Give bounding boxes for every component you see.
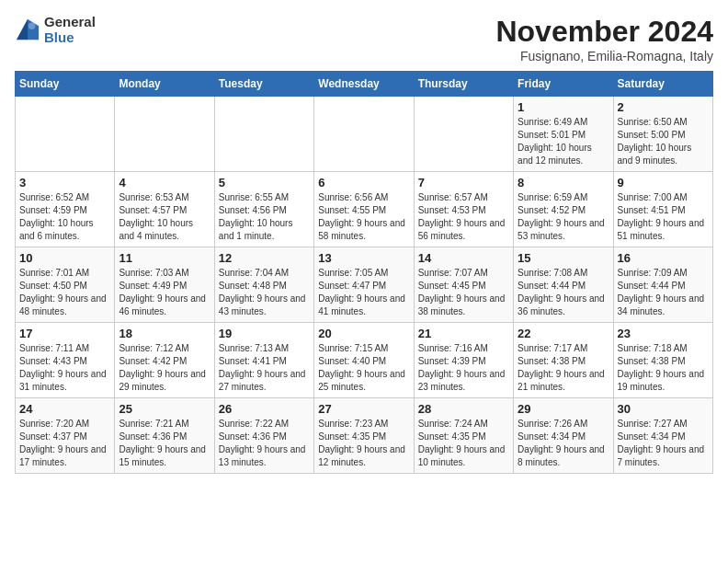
day-info: Sunrise: 6:53 AM Sunset: 4:57 PM Dayligh…	[119, 191, 210, 243]
calendar-cell	[414, 97, 513, 172]
location-subtitle: Fusignano, Emilia-Romagna, Italy	[495, 49, 713, 63]
day-info: Sunrise: 7:05 AM Sunset: 4:47 PM Dayligh…	[318, 267, 409, 318]
day-number: 1	[518, 100, 609, 114]
col-thursday: Thursday	[414, 72, 513, 97]
calendar-cell	[314, 97, 414, 172]
day-number: 26	[219, 402, 310, 416]
day-number: 18	[119, 327, 210, 340]
calendar-body: 1Sunrise: 6:49 AM Sunset: 5:01 PM Daylig…	[16, 97, 713, 474]
calendar-cell: 9Sunrise: 7:00 AM Sunset: 4:51 PM Daylig…	[613, 172, 712, 247]
day-info: Sunrise: 7:07 AM Sunset: 4:45 PM Dayligh…	[418, 267, 509, 318]
day-info: Sunrise: 7:03 AM Sunset: 4:49 PM Dayligh…	[119, 267, 210, 318]
day-info: Sunrise: 7:01 AM Sunset: 4:50 PM Dayligh…	[19, 267, 110, 318]
calendar-cell: 24Sunrise: 7:20 AM Sunset: 4:37 PM Dayli…	[16, 398, 115, 474]
day-number: 13	[318, 251, 409, 265]
calendar-cell: 20Sunrise: 7:15 AM Sunset: 4:40 PM Dayli…	[314, 323, 414, 398]
day-number: 11	[119, 251, 210, 265]
day-info: Sunrise: 7:20 AM Sunset: 4:37 PM Dayligh…	[19, 418, 110, 469]
day-info: Sunrise: 6:55 AM Sunset: 4:56 PM Dayligh…	[219, 191, 310, 243]
day-number: 5	[219, 176, 310, 190]
day-info: Sunrise: 7:12 AM Sunset: 4:42 PM Dayligh…	[119, 342, 210, 394]
day-info: Sunrise: 7:11 AM Sunset: 4:43 PM Dayligh…	[19, 342, 110, 394]
calendar-cell: 18Sunrise: 7:12 AM Sunset: 4:42 PM Dayli…	[115, 323, 214, 398]
day-number: 10	[19, 251, 110, 265]
day-info: Sunrise: 7:23 AM Sunset: 4:35 PM Dayligh…	[318, 418, 409, 469]
calendar-cell: 19Sunrise: 7:13 AM Sunset: 4:41 PM Dayli…	[214, 323, 313, 398]
calendar-cell: 25Sunrise: 7:21 AM Sunset: 4:36 PM Dayli…	[115, 398, 214, 474]
day-number: 17	[19, 327, 110, 340]
day-info: Sunrise: 7:15 AM Sunset: 4:40 PM Dayligh…	[318, 342, 409, 394]
day-number: 19	[219, 327, 310, 340]
calendar-cell: 17Sunrise: 7:11 AM Sunset: 4:43 PM Dayli…	[16, 323, 115, 398]
calendar-cell: 2Sunrise: 6:50 AM Sunset: 5:00 PM Daylig…	[613, 97, 712, 172]
calendar-week-row: 17Sunrise: 7:11 AM Sunset: 4:43 PM Dayli…	[16, 323, 713, 398]
calendar-cell: 6Sunrise: 6:56 AM Sunset: 4:55 PM Daylig…	[314, 172, 414, 247]
calendar-cell: 29Sunrise: 7:26 AM Sunset: 4:34 PM Dayli…	[514, 398, 613, 474]
logo-icon	[15, 17, 40, 43]
day-info: Sunrise: 7:27 AM Sunset: 4:34 PM Dayligh…	[618, 418, 709, 469]
day-info: Sunrise: 7:09 AM Sunset: 4:44 PM Dayligh…	[618, 267, 709, 318]
col-monday: Monday	[115, 72, 214, 97]
day-number: 22	[518, 327, 609, 340]
calendar-cell: 4Sunrise: 6:53 AM Sunset: 4:57 PM Daylig…	[115, 172, 214, 247]
calendar-cell: 1Sunrise: 6:49 AM Sunset: 5:01 PM Daylig…	[514, 97, 613, 172]
day-number: 14	[418, 251, 509, 265]
day-number: 30	[618, 402, 709, 416]
day-info: Sunrise: 6:49 AM Sunset: 5:01 PM Dayligh…	[518, 116, 609, 167]
calendar-cell	[115, 97, 214, 172]
day-info: Sunrise: 7:04 AM Sunset: 4:48 PM Dayligh…	[219, 267, 310, 318]
calendar-header: Sunday Monday Tuesday Wednesday Thursday…	[16, 72, 713, 97]
calendar-cell: 15Sunrise: 7:08 AM Sunset: 4:44 PM Dayli…	[514, 247, 613, 323]
calendar-cell: 11Sunrise: 7:03 AM Sunset: 4:49 PM Dayli…	[115, 247, 214, 323]
day-info: Sunrise: 6:52 AM Sunset: 4:59 PM Dayligh…	[19, 191, 110, 243]
calendar-week-row: 3Sunrise: 6:52 AM Sunset: 4:59 PM Daylig…	[16, 172, 713, 247]
logo: General Blue	[15, 15, 96, 45]
calendar-cell: 13Sunrise: 7:05 AM Sunset: 4:47 PM Dayli…	[314, 247, 414, 323]
day-number: 29	[518, 402, 609, 416]
calendar-cell	[214, 97, 313, 172]
col-friday: Friday	[514, 72, 613, 97]
calendar-cell: 23Sunrise: 7:18 AM Sunset: 4:38 PM Dayli…	[613, 323, 712, 398]
calendar-cell: 26Sunrise: 7:22 AM Sunset: 4:36 PM Dayli…	[214, 398, 313, 474]
calendar-week-row: 24Sunrise: 7:20 AM Sunset: 4:37 PM Dayli…	[16, 398, 713, 474]
calendar-cell: 7Sunrise: 6:57 AM Sunset: 4:53 PM Daylig…	[414, 172, 513, 247]
day-number: 15	[518, 251, 609, 265]
day-number: 24	[19, 402, 110, 416]
calendar-cell: 30Sunrise: 7:27 AM Sunset: 4:34 PM Dayli…	[613, 398, 712, 474]
svg-marker-1	[17, 18, 28, 39]
header-row: Sunday Monday Tuesday Wednesday Thursday…	[16, 72, 713, 97]
day-number: 8	[518, 176, 609, 190]
day-number: 9	[618, 176, 709, 190]
calendar-cell: 10Sunrise: 7:01 AM Sunset: 4:50 PM Dayli…	[16, 247, 115, 323]
svg-marker-0	[28, 18, 39, 39]
calendar-table: Sunday Monday Tuesday Wednesday Thursday…	[15, 71, 713, 474]
calendar-cell: 27Sunrise: 7:23 AM Sunset: 4:35 PM Dayli…	[314, 398, 414, 474]
col-sunday: Sunday	[16, 72, 115, 97]
calendar-cell: 12Sunrise: 7:04 AM Sunset: 4:48 PM Dayli…	[214, 247, 313, 323]
day-number: 2	[618, 100, 709, 114]
day-info: Sunrise: 7:24 AM Sunset: 4:35 PM Dayligh…	[418, 418, 509, 469]
day-info: Sunrise: 7:22 AM Sunset: 4:36 PM Dayligh…	[219, 418, 310, 469]
day-info: Sunrise: 6:56 AM Sunset: 4:55 PM Dayligh…	[318, 191, 409, 243]
day-number: 4	[119, 176, 210, 190]
calendar-cell: 22Sunrise: 7:17 AM Sunset: 4:38 PM Dayli…	[514, 323, 613, 398]
day-info: Sunrise: 7:08 AM Sunset: 4:44 PM Dayligh…	[518, 267, 609, 318]
calendar-cell: 21Sunrise: 7:16 AM Sunset: 4:39 PM Dayli…	[414, 323, 513, 398]
col-saturday: Saturday	[613, 72, 712, 97]
day-info: Sunrise: 7:26 AM Sunset: 4:34 PM Dayligh…	[518, 418, 609, 469]
day-info: Sunrise: 6:57 AM Sunset: 4:53 PM Dayligh…	[418, 191, 509, 243]
day-number: 12	[219, 251, 310, 265]
calendar-week-row: 10Sunrise: 7:01 AM Sunset: 4:50 PM Dayli…	[16, 247, 713, 323]
calendar-cell: 28Sunrise: 7:24 AM Sunset: 4:35 PM Dayli…	[414, 398, 513, 474]
day-number: 16	[618, 251, 709, 265]
calendar-cell: 14Sunrise: 7:07 AM Sunset: 4:45 PM Dayli…	[414, 247, 513, 323]
calendar-cell: 3Sunrise: 6:52 AM Sunset: 4:59 PM Daylig…	[16, 172, 115, 247]
day-number: 25	[119, 402, 210, 416]
day-info: Sunrise: 7:13 AM Sunset: 4:41 PM Dayligh…	[219, 342, 310, 394]
col-tuesday: Tuesday	[214, 72, 313, 97]
day-number: 3	[19, 176, 110, 190]
calendar-cell: 8Sunrise: 6:59 AM Sunset: 4:52 PM Daylig…	[514, 172, 613, 247]
svg-point-2	[28, 22, 35, 29]
logo-general-text: General	[44, 15, 96, 30]
month-title: November 2024	[495, 15, 713, 49]
